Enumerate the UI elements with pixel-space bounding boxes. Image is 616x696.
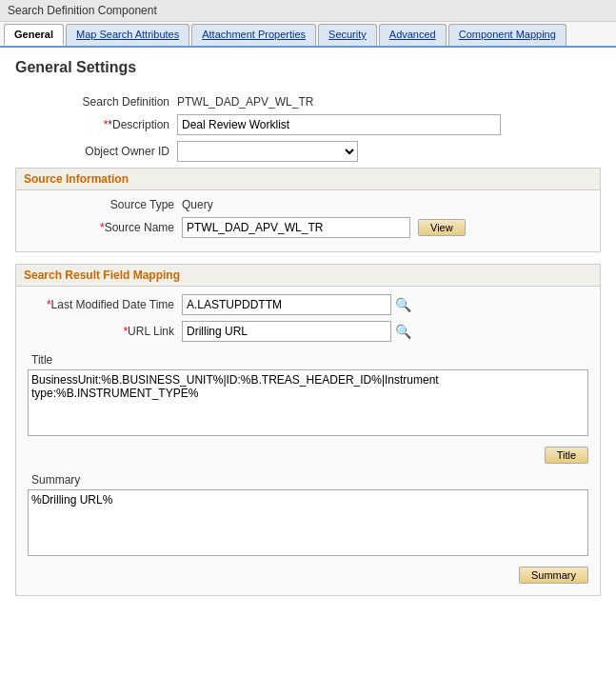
source-info-section: Source Information Source Type Query *So… [15,168,601,252]
last-modified-row: *Last Modified Date Time 🔍 [20,294,596,315]
source-name-row: *Source Name View [20,217,596,238]
last-modified-input-group: 🔍 [182,294,415,315]
title-button-row: Title [20,445,596,467]
source-info-header: Source Information [16,169,600,190]
source-type-row: Source Type Query [20,198,596,211]
tab-bar: General Map Search Attributes Attachment… [0,22,616,48]
field-mapping-section: Search Result Field Mapping *Last Modifi… [15,264,601,596]
summary-button-row: Summary [20,565,596,587]
last-modified-label: *Last Modified Date Time [20,298,182,311]
tab-attachment[interactable]: Attachment Properties [191,24,316,46]
tab-map-search[interactable]: Map Search Attributes [66,24,189,46]
title-textarea[interactable]: BusinessUnit:%B.BUSINESS_UNIT%|ID:%B.TRE… [28,369,588,436]
tab-security[interactable]: Security [318,24,377,46]
url-link-input[interactable] [182,321,391,342]
object-owner-select[interactable] [177,141,358,162]
page-title: General Settings [15,59,601,76]
source-type-label: Source Type [20,198,182,211]
window-title-text: Search Definition Component [8,4,157,17]
window-title: Search Definition Component [0,0,616,22]
source-name-input-group: View [182,217,466,238]
source-info-body: Source Type Query *Source Name View [16,190,600,251]
summary-button[interactable]: Summary [519,567,588,584]
object-owner-row: Object Owner ID [15,141,601,162]
search-definition-label: Search Definition [15,95,177,109]
description-row: **Description [15,114,601,135]
summary-textarea[interactable]: %Drilling URL% [28,489,588,556]
object-owner-label: Object Owner ID [15,145,177,158]
summary-textarea-label: Summary [28,473,588,487]
search-definition-row: Search Definition PTWL_DAD_APV_WL_TR [15,95,601,109]
title-block: Title BusinessUnit:%B.BUSINESS_UNIT%|ID:… [20,348,596,445]
url-link-label: *URL Link [20,325,182,338]
description-label: **Description [15,118,177,131]
tab-component-mapping[interactable]: Component Mapping [448,24,566,46]
last-modified-search-icon[interactable]: 🔍 [391,297,415,312]
summary-block: Summary %Drilling URL% [20,467,596,565]
tab-general[interactable]: General [4,24,64,46]
url-link-search-icon[interactable]: 🔍 [391,324,415,339]
url-link-row: *URL Link 🔍 [20,321,596,342]
tab-advanced[interactable]: Advanced [379,24,447,46]
last-modified-input[interactable] [182,294,391,315]
main-content: General Settings Search Definition PTWL_… [0,48,616,619]
view-button[interactable]: View [418,219,466,236]
search-definition-value: PTWL_DAD_APV_WL_TR [177,95,313,109]
description-input[interactable] [177,114,501,135]
title-textarea-label: Title [28,353,588,367]
source-name-label: *Source Name [20,221,182,234]
source-name-input[interactable] [182,217,410,238]
object-owner-dropdown-container [177,141,358,162]
title-button[interactable]: Title [545,447,588,464]
field-mapping-header: Search Result Field Mapping [16,265,600,287]
source-type-value: Query [182,198,213,211]
url-link-input-group: 🔍 [182,321,415,342]
field-mapping-body: *Last Modified Date Time 🔍 *URL Link [16,287,600,595]
